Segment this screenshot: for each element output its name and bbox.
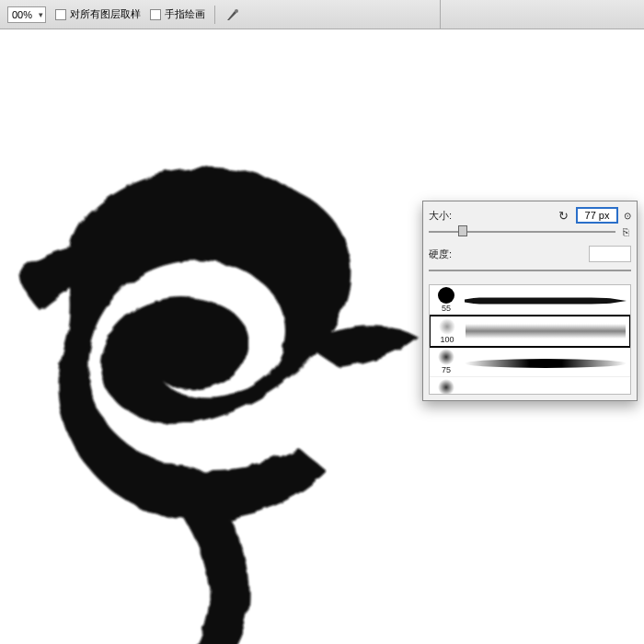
calligraphy-stroke	[0, 103, 446, 644]
size-row: 大小: ↻ 77 px ⊙	[429, 207, 631, 224]
reset-size-icon[interactable]: ↻	[556, 208, 570, 223]
size-slider-row: ⎘	[429, 225, 631, 238]
brush-thumb: 55	[433, 287, 459, 313]
brush-size-label: 55	[433, 304, 459, 313]
brush-stroke-preview	[465, 359, 627, 368]
canvas-area[interactable]: 大小: ↻ 77 px ⊙ ⎘ 硬度:	[0, 29, 644, 644]
size-input-value: 77 px	[585, 210, 610, 221]
strength-value: 00%	[12, 9, 32, 20]
brush-stroke-preview	[465, 394, 627, 396]
brush-thumb: 100	[434, 318, 460, 344]
brush-thumb: 45	[433, 379, 459, 395]
hardness-input[interactable]	[589, 246, 631, 262]
size-label: 大小:	[429, 209, 464, 223]
brush-size-label: 75	[433, 365, 459, 374]
finger-painting-group[interactable]: 手指绘画	[150, 7, 205, 21]
tablet-pressure-icon[interactable]	[224, 6, 241, 23]
brush-stroke-preview	[465, 294, 627, 307]
brush-list-item[interactable]: 100	[429, 315, 631, 348]
sample-all-layers-checkbox[interactable]	[55, 9, 66, 20]
hardness-row: 硬度:	[429, 246, 631, 262]
svg-point-0	[235, 9, 238, 13]
brush-stroke-preview	[466, 324, 626, 339]
brush-list-item[interactable]: 55	[430, 285, 630, 316]
finger-painting-label: 手指绘画	[165, 7, 205, 21]
strength-dropdown[interactable]: 00%	[7, 6, 46, 23]
size-slider[interactable]	[429, 225, 615, 238]
finger-painting-checkbox[interactable]	[150, 9, 161, 20]
sample-all-layers-label: 对所有图层取样	[70, 7, 141, 21]
sample-all-layers-group[interactable]: 对所有图层取样	[55, 7, 141, 21]
brush-list-item[interactable]: 45	[430, 377, 630, 395]
size-slider-thumb[interactable]	[458, 225, 467, 236]
size-input[interactable]: 77 px	[576, 207, 618, 224]
hardness-label: 硬度:	[429, 247, 464, 261]
new-preset-icon[interactable]: ⎘	[621, 226, 631, 237]
brush-list-item[interactable]: 75	[430, 347, 630, 377]
brush-size-label: 100	[434, 335, 460, 344]
options-bar: 00% 对所有图层取样 手指绘画	[0, 0, 644, 29]
brush-list[interactable]: 551007545	[429, 284, 631, 395]
flyout-menu-icon[interactable]: ⊙	[624, 211, 631, 221]
brush-thumb: 75	[433, 349, 459, 374]
hardness-slider[interactable]	[429, 264, 631, 277]
options-divider-right	[440, 0, 441, 29]
hardness-slider-row	[429, 264, 631, 277]
brush-preset-panel: 大小: ↻ 77 px ⊙ ⎘ 硬度:	[422, 201, 638, 401]
options-divider	[214, 6, 215, 24]
